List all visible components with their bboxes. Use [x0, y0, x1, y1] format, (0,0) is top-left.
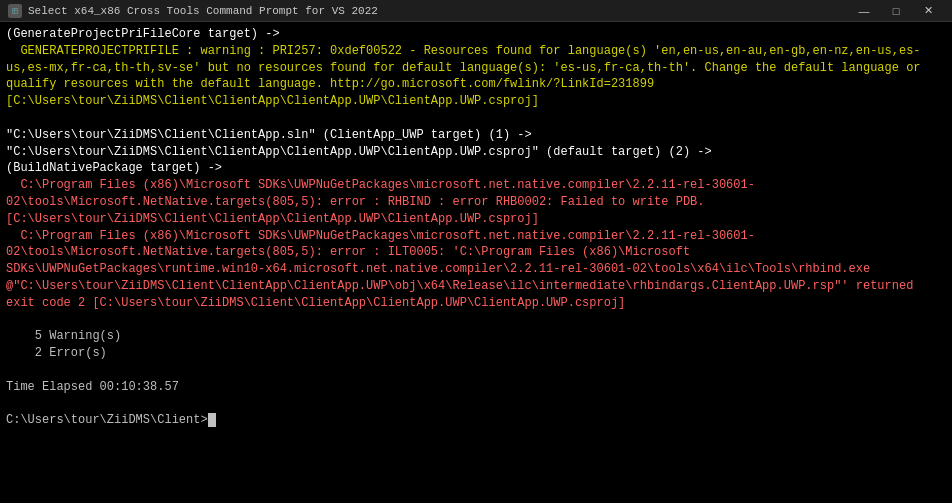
terminal-line: [6, 396, 946, 413]
maximize-button[interactable]: □: [880, 0, 912, 22]
window-controls: — □ ✕: [848, 0, 944, 22]
terminal-line: "C:\Users\tour\ZiiDMS\Client\ClientApp\C…: [6, 144, 946, 161]
terminal-line: Time Elapsed 00:10:38.57: [6, 379, 946, 396]
terminal-output: (GenerateProjectPriFileCore target) -> G…: [0, 22, 952, 503]
terminal-line: (GenerateProjectPriFileCore target) ->: [6, 26, 946, 43]
app-icon: ⊞: [8, 4, 22, 18]
terminal-line: C:\Users\tour\ZiiDMS\Client>: [6, 412, 946, 429]
terminal-line: "C:\Users\tour\ZiiDMS\Client\ClientApp.s…: [6, 127, 946, 144]
title-bar-left: ⊞ Select x64_x86 Cross Tools Command Pro…: [8, 4, 378, 18]
cursor: [208, 413, 216, 427]
minimize-button[interactable]: —: [848, 0, 880, 22]
close-button[interactable]: ✕: [912, 0, 944, 22]
terminal-line: 2 Error(s): [6, 345, 946, 362]
window-title: Select x64_x86 Cross Tools Command Promp…: [28, 5, 378, 17]
terminal-line: GENERATEPROJECTPRIFILE : warning : PRI25…: [6, 43, 946, 110]
terminal-line: [6, 362, 946, 379]
terminal-line: 5 Warning(s): [6, 328, 946, 345]
terminal-line: (BuildNativePackage target) ->: [6, 160, 946, 177]
app-icon-symbol: ⊞: [12, 5, 18, 17]
prompt-text: C:\Users\tour\ZiiDMS\Client>: [6, 413, 208, 427]
terminal-line: [6, 110, 946, 127]
title-bar: ⊞ Select x64_x86 Cross Tools Command Pro…: [0, 0, 952, 22]
terminal-line: C:\Program Files (x86)\Microsoft SDKs\UW…: [6, 177, 946, 227]
terminal-line: [6, 312, 946, 329]
terminal-line: C:\Program Files (x86)\Microsoft SDKs\UW…: [6, 228, 946, 312]
